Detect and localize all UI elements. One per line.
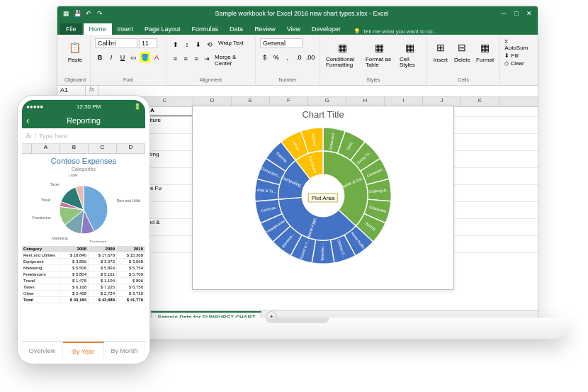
indent-icon[interactable]: ⇥: [202, 54, 211, 64]
font-size-select[interactable]: [139, 38, 157, 48]
tab-view[interactable]: View: [281, 23, 306, 35]
td[interactable]: $ 5,700: [117, 271, 145, 277]
redo-icon[interactable]: ↷: [96, 9, 104, 18]
td[interactable]: $ 1,104: [89, 278, 117, 284]
phone-tab-by-month[interactable]: By Month: [104, 342, 145, 359]
td[interactable]: $ 18,840: [60, 252, 89, 258]
percent-icon[interactable]: %: [271, 52, 281, 62]
tab-insert[interactable]: Insert: [112, 23, 140, 35]
td[interactable]: $ 6,750: [117, 284, 145, 290]
tab-page-layout[interactable]: Page Layout: [139, 23, 186, 35]
col-header[interactable]: C: [89, 144, 117, 153]
align-top-icon[interactable]: ⬆: [171, 40, 181, 50]
td[interactable]: $ 5,506: [60, 265, 89, 271]
align-left-icon[interactable]: ≡: [171, 54, 180, 64]
td[interactable]: $ 41,770: [117, 297, 145, 303]
number-format-select[interactable]: [260, 38, 303, 48]
tab-home[interactable]: Home: [84, 23, 112, 35]
td[interactable]: $ 5,824: [89, 265, 117, 271]
save-icon[interactable]: 💾: [73, 9, 81, 18]
font-name-select[interactable]: [95, 38, 137, 48]
td[interactable]: Other: [22, 291, 60, 296]
comma-icon[interactable]: ,: [283, 52, 293, 62]
td[interactable]: Marketing: [22, 265, 60, 271]
td[interactable]: $ 2,408: [60, 291, 89, 296]
wrap-text-button[interactable]: Wrap Text: [218, 40, 244, 50]
td[interactable]: Equipment: [22, 259, 60, 264]
td[interactable]: $ 2,724: [89, 291, 117, 296]
td[interactable]: $ 5,804: [60, 271, 89, 277]
border-button[interactable]: ▭: [129, 52, 139, 62]
italic-button[interactable]: I: [106, 52, 116, 62]
back-icon[interactable]: ‹: [26, 115, 30, 126]
phone-tab-overview[interactable]: Overview: [22, 342, 63, 359]
td[interactable]: $ 7,225: [89, 284, 117, 290]
fx-icon[interactable]: fx: [22, 133, 36, 140]
align-center-icon[interactable]: ≡: [181, 54, 191, 64]
td[interactable]: $ 43,184: [60, 297, 89, 303]
td[interactable]: $ 5,161: [89, 271, 117, 277]
phone-formula-input[interactable]: Type here: [36, 133, 145, 140]
td[interactable]: $ 17,678: [89, 252, 117, 258]
td[interactable]: $ 3,568: [117, 259, 145, 264]
sunburst-chart[interactable]: Chart Title Sofas and…BedsDining Ta…Cook…: [192, 106, 454, 290]
tab-review[interactable]: Review: [249, 23, 281, 35]
col-header[interactable]: K: [461, 97, 499, 106]
cell-styles-button[interactable]: ▦ Cell Styles: [398, 38, 422, 69]
maximize-icon[interactable]: □: [512, 9, 521, 18]
phone-tab-by-year[interactable]: By Year: [63, 342, 104, 359]
td[interactable]: $ 3,972: [89, 259, 117, 264]
td[interactable]: $ 3,720: [117, 291, 145, 296]
currency-icon[interactable]: $: [260, 52, 270, 62]
autosum-button[interactable]: Σ AutoSum: [504, 38, 531, 51]
bold-button[interactable]: B: [95, 52, 105, 62]
minimize-icon[interactable]: ─: [499, 9, 508, 18]
tell-me-text: Tell me what you want to do...: [363, 28, 437, 35]
td[interactable]: $ 896: [117, 278, 145, 284]
td[interactable]: Freelancers: [22, 271, 60, 277]
font-color-button[interactable]: A: [152, 52, 162, 62]
tab-data[interactable]: Data: [224, 23, 249, 35]
fill-color-button[interactable]: 🪣: [140, 52, 150, 62]
clear-button[interactable]: ◇ Clear: [504, 60, 524, 67]
delete-cells-button[interactable]: ⊟ Delete: [453, 38, 472, 65]
format-as-table-button[interactable]: ▦ Format as Table: [364, 38, 395, 69]
td[interactable]: $ 5,754: [117, 265, 145, 271]
col-header[interactable]: B: [60, 144, 89, 153]
decrease-decimal-icon[interactable]: .00: [305, 52, 315, 62]
td[interactable]: $ 1,478: [60, 278, 89, 284]
td[interactable]: $ 43,688: [89, 297, 117, 303]
col-header[interactable]: D: [117, 144, 145, 153]
fill-button[interactable]: ⬇ Fill: [504, 52, 518, 59]
merge-center-button[interactable]: Merge & Center: [215, 54, 251, 67]
td[interactable]: $ 6,168: [60, 284, 89, 290]
increase-decimal-icon[interactable]: .0: [294, 52, 304, 62]
undo-icon[interactable]: ↶: [84, 9, 93, 18]
orientation-icon[interactable]: ⟲: [205, 40, 215, 50]
td[interactable]: $ 3,856: [60, 259, 89, 264]
tab-file[interactable]: File: [60, 23, 82, 35]
td[interactable]: Taxes: [22, 284, 60, 290]
format-cells-button[interactable]: ▦ Format: [475, 38, 495, 65]
ribbon-group-clipboard: 📋 Paste Clipboard: [60, 37, 91, 85]
underline-button[interactable]: U: [118, 52, 128, 62]
font-group-label: Font: [123, 77, 133, 84]
td[interactable]: Rent and Utilities: [22, 252, 60, 258]
td[interactable]: Travel: [22, 278, 60, 284]
conditional-formatting-button[interactable]: ▦ Conditional Formatting: [324, 38, 361, 69]
col-header[interactable]: A: [32, 144, 60, 153]
tab-developer[interactable]: Developer: [306, 23, 346, 35]
formula-bar[interactable]: [98, 86, 538, 96]
tab-formulas[interactable]: Formulas: [186, 23, 225, 35]
phone-table[interactable]: Category 2008 2009 2010 Rent and Utiliti…: [22, 246, 145, 341]
phone-chart[interactable]: Contoso Expenses Categories Rent and Uti…: [22, 154, 145, 246]
tell-me-search[interactable]: 💡 Tell me what you want to do...: [354, 28, 437, 35]
td[interactable]: $ 15,368: [117, 252, 145, 258]
paste-button[interactable]: 📋 Paste: [66, 38, 84, 65]
close-icon[interactable]: ✕: [525, 9, 533, 18]
td[interactable]: Total: [22, 297, 60, 303]
align-middle-icon[interactable]: ↕: [182, 40, 192, 50]
align-right-icon[interactable]: ≡: [192, 54, 201, 64]
align-bottom-icon[interactable]: ⬇: [193, 40, 203, 50]
insert-cells-button[interactable]: ⊞ Insert: [431, 38, 450, 65]
